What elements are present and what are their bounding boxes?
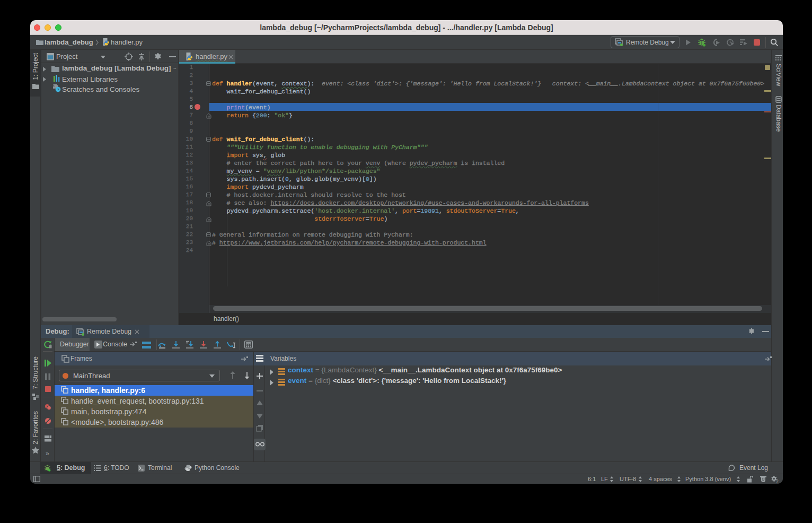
svg-text:?: ? <box>776 478 779 483</box>
